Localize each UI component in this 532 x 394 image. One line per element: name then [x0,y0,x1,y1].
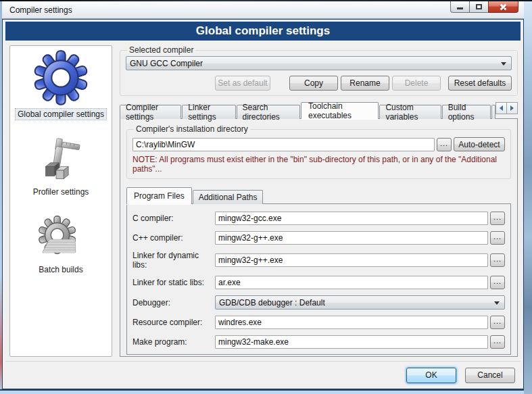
window-frame-bottom [0,389,524,394]
minimize-icon [457,7,463,9]
compiler-select[interactable]: GNU GCC Compiler [126,56,512,70]
cpp-compiler-browse-button[interactable]: ... [490,231,505,245]
caliper-icon [34,137,87,184]
tab-search-directories[interactable]: Search directories [237,105,300,119]
main-panel: Selected compiler GNU GCC Compiler Set a… [120,45,518,357]
cpp-compiler-input[interactable] [215,231,488,245]
debugger-select-value: GDB/CDB debugger : Default [219,298,325,307]
make-program-label: Make program: [132,337,215,347]
reset-defaults-button[interactable]: Reset defaults [448,76,512,91]
tab-linker-settings[interactable]: Linker settings [182,105,235,119]
selected-compiler-group-label: Selected compiler [127,45,195,55]
dynamic-linker-label: Linker for dynamic libs: [132,251,215,270]
page-title: Global compiler settings [5,22,521,41]
cancel-button[interactable]: Cancel [465,368,515,383]
c-compiler-label: C compiler: [132,214,215,223]
field-row-c-compiler: C compiler: ... [132,212,505,225]
chevron-down-icon [494,301,500,305]
arrow-left-icon [500,105,503,111]
settings-category-sidebar: Global compiler settings [9,45,112,357]
sidebar-item-label: Profiler settings [31,187,91,197]
dialog-footer: OK Cancel [5,361,521,389]
maximize-icon [476,4,482,9]
program-files-panel: C compiler: ... C++ compiler: ... Linker… [126,203,511,355]
set-as-default-button[interactable]: Set as default [215,76,270,91]
resource-compiler-browse-button[interactable]: ... [490,316,505,329]
field-row-resource-compiler: Resource compiler: ... [132,316,505,329]
delete-button[interactable]: Delete [392,76,441,91]
field-row-make-program: Make program: ... [132,335,505,349]
dialog-client: Global compiler settings [2,19,524,389]
compiler-settings-window: Compiler settings Global compiler settin… [0,0,532,394]
tab-additional-paths[interactable]: Additional Paths [193,190,264,204]
ok-button[interactable]: OK [406,368,456,383]
gear-batch-icon [34,215,87,262]
titlebar[interactable]: Compiler settings [2,1,524,19]
copy-button[interactable]: Copy [289,76,338,91]
static-linker-browse-button[interactable]: ... [490,276,505,289]
tab-scroll-right-button[interactable] [506,102,518,114]
resource-compiler-input[interactable] [215,316,488,329]
window-title: Compiler settings [2,5,72,15]
arrow-right-icon [510,105,514,111]
make-program-input[interactable] [215,335,488,349]
field-row-cpp-compiler: C++ compiler: ... [132,231,505,245]
install-dir-input[interactable] [132,138,435,151]
debugger-label: Debugger: [132,298,215,307]
sidebar-item-batch-builds[interactable]: Batch builds [34,215,87,275]
cpp-compiler-label: C++ compiler: [132,233,215,243]
c-compiler-input[interactable] [215,212,488,225]
static-linker-label: Linker for static libs: [132,278,215,287]
close-button[interactable] [488,1,518,13]
close-icon [499,3,508,11]
debugger-select[interactable]: GDB/CDB debugger : Default [215,295,505,310]
maximize-button[interactable] [469,1,489,13]
tab-toolchain-executables[interactable]: Toolchain executables [301,102,379,119]
program-files-tab-strip: Program Files Additional Paths [126,187,511,204]
chevron-down-icon [501,62,506,66]
toolchain-executables-panel: Compiler's installation directory ... Au… [120,118,518,357]
install-dir-group: Compiler's installation directory ... Au… [126,124,511,179]
sidebar-item-label: Batch builds [37,264,84,275]
sidebar-item-profiler-settings[interactable]: Profiler settings [31,137,91,197]
rename-button[interactable]: Rename [341,76,389,91]
auto-detect-button[interactable]: Auto-detect [454,137,505,151]
dynamic-linker-input[interactable] [215,253,488,267]
tab-build-options[interactable]: Build options [442,105,491,119]
tab-scroll-left-button[interactable] [495,102,507,114]
resource-compiler-label: Resource compiler: [132,318,215,327]
field-row-dynamic-linker: Linker for dynamic libs: ... [132,251,505,270]
static-linker-input[interactable] [215,276,488,289]
window-frame-right [524,1,532,394]
tab-compiler-settings[interactable]: Compiler settings [120,105,181,119]
dynamic-linker-browse-button[interactable]: ... [490,253,505,267]
sidebar-item-label: Global compiler settings [16,109,106,120]
sidebar-item-global-compiler-settings[interactable]: Global compiler settings [16,49,106,120]
field-row-static-linker: Linker for static libs: ... [132,276,505,289]
tab-custom-variables[interactable]: Custom variables [379,105,441,119]
field-row-debugger: Debugger: GDB/CDB debugger : Default [132,295,505,310]
gear-blue-icon [28,49,93,107]
c-compiler-browse-button[interactable]: ... [490,212,505,225]
install-dir-note: NOTE: All programs must exist either in … [132,155,505,174]
tab-strip: Compiler settings Linker settings Search… [120,102,518,119]
minimize-button[interactable] [450,1,470,13]
selected-compiler-group: Selected compiler GNU GCC Compiler Set a… [120,45,518,96]
install-dir-group-label: Compiler's installation directory [134,124,250,134]
install-dir-browse-button[interactable]: ... [437,138,452,151]
window-controls [451,1,518,13]
tab-program-files[interactable]: Program Files [126,187,192,204]
tab-scroll-buttons [496,102,518,114]
compiler-select-value: GNU GCC Compiler [130,59,203,68]
make-program-browse-button[interactable]: ... [490,335,505,349]
